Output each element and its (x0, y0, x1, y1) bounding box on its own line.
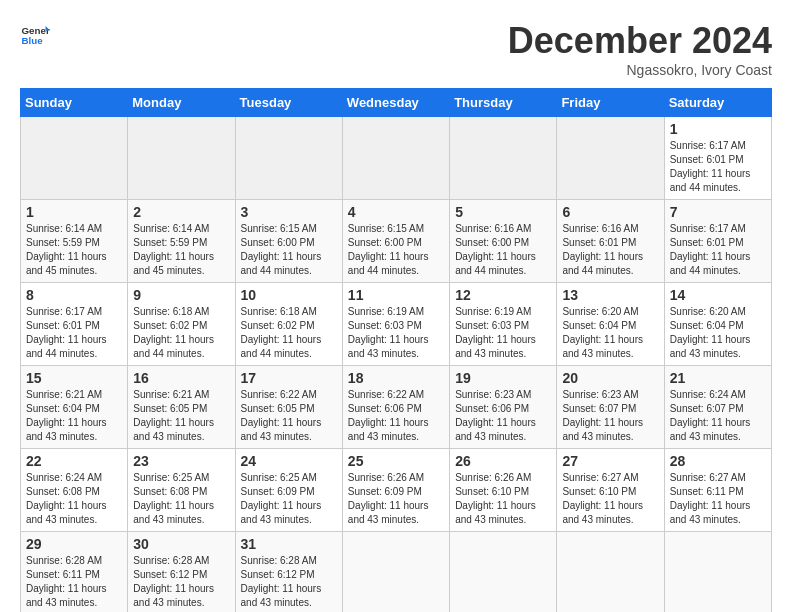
calendar-cell (21, 117, 128, 200)
day-detail: Sunrise: 6:20 AMSunset: 6:04 PMDaylight:… (670, 305, 766, 361)
calendar-cell: 21Sunrise: 6:24 AMSunset: 6:07 PMDayligh… (664, 366, 771, 449)
day-detail: Sunrise: 6:15 AMSunset: 6:00 PMDaylight:… (348, 222, 444, 278)
calendar-cell: 6Sunrise: 6:16 AMSunset: 6:01 PMDaylight… (557, 200, 664, 283)
calendar-cell: 14Sunrise: 6:20 AMSunset: 6:04 PMDayligh… (664, 283, 771, 366)
day-detail: Sunrise: 6:16 AMSunset: 6:00 PMDaylight:… (455, 222, 551, 278)
day-number: 16 (133, 370, 229, 386)
day-detail: Sunrise: 6:26 AMSunset: 6:09 PMDaylight:… (348, 471, 444, 527)
calendar-header-row: SundayMondayTuesdayWednesdayThursdayFrid… (21, 89, 772, 117)
day-detail: Sunrise: 6:28 AMSunset: 6:12 PMDaylight:… (133, 554, 229, 610)
calendar-cell: 25Sunrise: 6:26 AMSunset: 6:09 PMDayligh… (342, 449, 449, 532)
location-subtitle: Ngassokro, Ivory Coast (508, 62, 772, 78)
calendar-cell: 1Sunrise: 6:17 AMSunset: 6:01 PMDaylight… (664, 117, 771, 200)
day-detail: Sunrise: 6:20 AMSunset: 6:04 PMDaylight:… (562, 305, 658, 361)
day-detail: Sunrise: 6:18 AMSunset: 6:02 PMDaylight:… (241, 305, 337, 361)
calendar-cell (557, 532, 664, 613)
calendar-cell: 5Sunrise: 6:16 AMSunset: 6:00 PMDaylight… (450, 200, 557, 283)
day-number: 2 (133, 204, 229, 220)
day-detail: Sunrise: 6:24 AMSunset: 6:07 PMDaylight:… (670, 388, 766, 444)
day-number: 9 (133, 287, 229, 303)
calendar-cell: 9Sunrise: 6:18 AMSunset: 6:02 PMDaylight… (128, 283, 235, 366)
day-detail: Sunrise: 6:16 AMSunset: 6:01 PMDaylight:… (562, 222, 658, 278)
calendar-week-row: 1Sunrise: 6:17 AMSunset: 6:01 PMDaylight… (21, 117, 772, 200)
logo: General Blue (20, 20, 54, 50)
day-number: 12 (455, 287, 551, 303)
day-number: 27 (562, 453, 658, 469)
calendar-cell (235, 117, 342, 200)
day-number: 4 (348, 204, 444, 220)
day-detail: Sunrise: 6:21 AMSunset: 6:05 PMDaylight:… (133, 388, 229, 444)
day-number: 23 (133, 453, 229, 469)
calendar-cell: 17Sunrise: 6:22 AMSunset: 6:05 PMDayligh… (235, 366, 342, 449)
day-number: 25 (348, 453, 444, 469)
calendar-cell: 22Sunrise: 6:24 AMSunset: 6:08 PMDayligh… (21, 449, 128, 532)
calendar-cell: 16Sunrise: 6:21 AMSunset: 6:05 PMDayligh… (128, 366, 235, 449)
calendar-cell: 13Sunrise: 6:20 AMSunset: 6:04 PMDayligh… (557, 283, 664, 366)
calendar-cell: 20Sunrise: 6:23 AMSunset: 6:07 PMDayligh… (557, 366, 664, 449)
day-detail: Sunrise: 6:26 AMSunset: 6:10 PMDaylight:… (455, 471, 551, 527)
day-number: 7 (670, 204, 766, 220)
day-detail: Sunrise: 6:23 AMSunset: 6:07 PMDaylight:… (562, 388, 658, 444)
day-detail: Sunrise: 6:21 AMSunset: 6:04 PMDaylight:… (26, 388, 122, 444)
calendar-cell (557, 117, 664, 200)
day-number: 1 (670, 121, 766, 137)
day-number: 11 (348, 287, 444, 303)
calendar-cell (664, 532, 771, 613)
calendar-cell: 3Sunrise: 6:15 AMSunset: 6:00 PMDaylight… (235, 200, 342, 283)
day-detail: Sunrise: 6:24 AMSunset: 6:08 PMDaylight:… (26, 471, 122, 527)
calendar-cell: 15Sunrise: 6:21 AMSunset: 6:04 PMDayligh… (21, 366, 128, 449)
calendar-week-row: 22Sunrise: 6:24 AMSunset: 6:08 PMDayligh… (21, 449, 772, 532)
day-detail: Sunrise: 6:22 AMSunset: 6:05 PMDaylight:… (241, 388, 337, 444)
day-number: 17 (241, 370, 337, 386)
col-header-tuesday: Tuesday (235, 89, 342, 117)
calendar-cell: 30Sunrise: 6:28 AMSunset: 6:12 PMDayligh… (128, 532, 235, 613)
calendar-cell (342, 532, 449, 613)
calendar-cell: 24Sunrise: 6:25 AMSunset: 6:09 PMDayligh… (235, 449, 342, 532)
calendar-cell: 18Sunrise: 6:22 AMSunset: 6:06 PMDayligh… (342, 366, 449, 449)
day-detail: Sunrise: 6:28 AMSunset: 6:12 PMDaylight:… (241, 554, 337, 610)
calendar-week-row: 15Sunrise: 6:21 AMSunset: 6:04 PMDayligh… (21, 366, 772, 449)
day-number: 29 (26, 536, 122, 552)
calendar-cell: 10Sunrise: 6:18 AMSunset: 6:02 PMDayligh… (235, 283, 342, 366)
day-detail: Sunrise: 6:22 AMSunset: 6:06 PMDaylight:… (348, 388, 444, 444)
day-detail: Sunrise: 6:14 AMSunset: 5:59 PMDaylight:… (133, 222, 229, 278)
calendar-cell: 28Sunrise: 6:27 AMSunset: 6:11 PMDayligh… (664, 449, 771, 532)
calendar-cell: 7Sunrise: 6:17 AMSunset: 6:01 PMDaylight… (664, 200, 771, 283)
calendar-cell: 2Sunrise: 6:14 AMSunset: 5:59 PMDaylight… (128, 200, 235, 283)
day-number: 8 (26, 287, 122, 303)
calendar-cell: 1Sunrise: 6:14 AMSunset: 5:59 PMDaylight… (21, 200, 128, 283)
day-number: 13 (562, 287, 658, 303)
day-detail: Sunrise: 6:19 AMSunset: 6:03 PMDaylight:… (455, 305, 551, 361)
day-number: 20 (562, 370, 658, 386)
page-header: General Blue December 2024 Ngassokro, Iv… (20, 20, 772, 78)
calendar-cell: 11Sunrise: 6:19 AMSunset: 6:03 PMDayligh… (342, 283, 449, 366)
day-number: 26 (455, 453, 551, 469)
day-number: 1 (26, 204, 122, 220)
day-number: 10 (241, 287, 337, 303)
col-header-sunday: Sunday (21, 89, 128, 117)
calendar-cell: 8Sunrise: 6:17 AMSunset: 6:01 PMDaylight… (21, 283, 128, 366)
calendar-cell: 23Sunrise: 6:25 AMSunset: 6:08 PMDayligh… (128, 449, 235, 532)
day-number: 18 (348, 370, 444, 386)
day-detail: Sunrise: 6:14 AMSunset: 5:59 PMDaylight:… (26, 222, 122, 278)
col-header-friday: Friday (557, 89, 664, 117)
day-number: 30 (133, 536, 229, 552)
day-detail: Sunrise: 6:18 AMSunset: 6:02 PMDaylight:… (133, 305, 229, 361)
calendar-cell (128, 117, 235, 200)
day-number: 21 (670, 370, 766, 386)
day-number: 3 (241, 204, 337, 220)
calendar-cell (450, 117, 557, 200)
calendar-cell (450, 532, 557, 613)
calendar-cell: 12Sunrise: 6:19 AMSunset: 6:03 PMDayligh… (450, 283, 557, 366)
day-detail: Sunrise: 6:27 AMSunset: 6:11 PMDaylight:… (670, 471, 766, 527)
day-number: 22 (26, 453, 122, 469)
calendar-cell: 26Sunrise: 6:26 AMSunset: 6:10 PMDayligh… (450, 449, 557, 532)
logo-icon: General Blue (20, 20, 50, 50)
day-number: 19 (455, 370, 551, 386)
day-detail: Sunrise: 6:17 AMSunset: 6:01 PMDaylight:… (670, 139, 766, 195)
calendar-week-row: 29Sunrise: 6:28 AMSunset: 6:11 PMDayligh… (21, 532, 772, 613)
day-detail: Sunrise: 6:25 AMSunset: 6:09 PMDaylight:… (241, 471, 337, 527)
calendar-cell: 4Sunrise: 6:15 AMSunset: 6:00 PMDaylight… (342, 200, 449, 283)
month-year-title: December 2024 (508, 20, 772, 62)
day-detail: Sunrise: 6:23 AMSunset: 6:06 PMDaylight:… (455, 388, 551, 444)
